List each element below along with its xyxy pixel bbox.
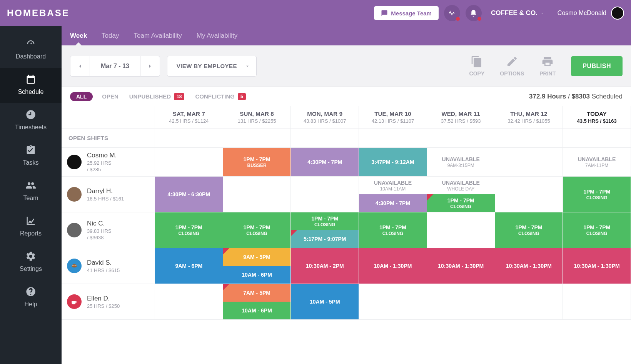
schedule-cell[interactable]: 9AM - 5PM10AM - 6PM [223,248,291,284]
tab-week[interactable]: Week [70,32,87,40]
schedule-cell[interactable]: 4:30PM - 6:30PM [155,177,223,212]
shift-block[interactable]: 1PM - 7PMCLOSING [359,212,427,248]
shift-block[interactable]: 10:30AM - 1:30PM [563,248,631,284]
schedule-cell[interactable]: 9AM - 6PM [155,248,223,284]
shift-block[interactable]: 7AM - 5PM [223,284,291,302]
schedule-cell[interactable]: 1PM - 7PMCLOSING [563,212,631,248]
schedule-cell[interactable]: 1PM - 7PMCLOSING [563,177,631,212]
schedule-cell[interactable]: 10:30AM - 1:30PM [563,248,631,284]
sidebar-item-tasks[interactable]: Tasks [0,139,62,174]
sidebar-item-settings[interactable]: Settings [0,245,62,280]
schedule-cell[interactable]: 1PM - 7PMCLOSING [359,212,427,248]
shift-block[interactable]: 10:30AM - 1:30PM [495,248,563,284]
employee-row-header[interactable]: Nic C.39.83 HRS/ $3638 [62,212,155,248]
shift-block[interactable]: 1PM - 7PMCLOSING [563,212,631,248]
schedule-cell[interactable] [427,284,495,320]
schedule-cell[interactable]: 4:30PM - 7PM [291,148,359,177]
schedule-cell[interactable] [359,284,427,320]
shift-block[interactable]: 4:30PM - 7PM [359,194,427,212]
schedule-cell[interactable]: 10:30AM - 1:30PM [495,248,563,284]
open-shift-cell[interactable] [427,129,495,148]
filter-conflicting[interactable]: CONFLICTING 5 [195,93,245,100]
tab-my-availability[interactable]: My Availability [197,32,237,40]
schedule-cell[interactable]: UNAVAILABLEWHOLE DAY1PM - 7PMCLOSING [427,177,495,212]
company-selector[interactable]: COFFEE & CO. [491,9,544,17]
notifications-button[interactable] [466,5,482,21]
sidebar-item-schedule[interactable]: Schedule [0,68,62,103]
sidebar-item-help[interactable]: Help [0,280,62,316]
schedule-cell[interactable] [495,284,563,320]
schedule-cell[interactable] [155,284,223,320]
schedule-grid-wrap[interactable]: SAT, MAR 742.5 HRS / $1124SUN, MAR 8131 … [62,106,631,364]
shift-block[interactable]: 1PM - 7PMCLOSING [223,212,291,248]
next-week-button[interactable] [140,56,160,77]
schedule-cell[interactable]: 10:30AM - 1:30PM [427,248,495,284]
sidebar-item-dashboard[interactable]: Dashboard [0,32,62,68]
publish-button[interactable]: PUBLISH [571,56,623,76]
schedule-cell[interactable] [291,177,359,212]
tab-today[interactable]: Today [102,32,119,40]
shift-block[interactable]: 9AM - 5PM [223,248,291,266]
employee-row-header[interactable]: David S.41 HRS / $615 [62,248,155,284]
shift-block[interactable]: 4:30PM - 6:30PM [155,177,223,212]
shift-block[interactable]: 1PM - 7PMBUSSER [223,148,291,176]
shift-block[interactable]: 10AM - 1:30PM [359,248,427,284]
schedule-cell[interactable]: 1PM - 7PMCLOSING [155,212,223,248]
shift-block[interactable]: 10AM - 6PM [223,266,291,284]
user-menu[interactable]: Cosmo McDonald [558,7,624,20]
schedule-cell[interactable]: 7AM - 5PM10AM - 6PM [223,284,291,320]
schedule-cell[interactable] [155,148,223,177]
schedule-cell[interactable] [495,177,563,212]
shift-block[interactable]: 1PM - 7PMCLOSING [563,177,631,212]
schedule-cell[interactable] [495,148,563,177]
prev-week-button[interactable] [70,56,90,77]
shift-block[interactable]: 1PM - 7PMCLOSING [495,212,563,248]
copy-button[interactable]: COPY [469,55,485,77]
schedule-cell[interactable]: UNAVAILABLE9AM-3:15PM [427,148,495,177]
open-shift-cell[interactable] [155,129,223,148]
shift-block[interactable]: 5:17PM - 9:07PM [291,230,359,248]
open-shift-cell[interactable] [291,129,359,148]
activity-button[interactable] [444,5,460,21]
schedule-cell[interactable]: 1PM - 7PMCLOSING5:17PM - 9:07PM [291,212,359,248]
shift-block[interactable]: 10:30AM - 2PM [291,248,359,284]
shift-block[interactable]: 1PM - 7PMCLOSING [427,194,495,212]
employee-row-header[interactable]: Cosmo M.25.92 HRS/ $285 [62,148,155,177]
sidebar-item-reports[interactable]: Reports [0,209,62,245]
open-shift-cell[interactable] [563,129,631,148]
filter-open[interactable]: OPEN [102,93,119,100]
schedule-cell[interactable]: 10AM - 5PM [291,284,359,320]
schedule-cell[interactable] [427,212,495,248]
options-button[interactable]: OPTIONS [500,55,524,77]
message-team-button[interactable]: Message Team [374,6,439,20]
schedule-cell[interactable] [563,284,631,320]
shift-block[interactable]: 10AM - 5PM [291,284,359,319]
sidebar-item-team[interactable]: Team [0,174,62,209]
schedule-cell[interactable] [223,177,291,212]
employee-row-header[interactable]: Ellen D.25 HRS / $250 [62,284,155,320]
shift-block[interactable]: 9AM - 6PM [155,248,223,284]
open-shift-cell[interactable] [223,129,291,148]
shift-block[interactable]: 3:47PM - 9:12AM [359,148,427,176]
schedule-cell[interactable]: 10:30AM - 2PM [291,248,359,284]
schedule-cell[interactable]: 1PM - 7PMBUSSER [223,148,291,177]
date-range-label[interactable]: Mar 7 - 13 [90,56,140,77]
shift-block[interactable]: 1PM - 7PMCLOSING [291,212,359,230]
schedule-cell[interactable]: 1PM - 7PMCLOSING [495,212,563,248]
tab-team-availability[interactable]: Team Availability [134,32,182,40]
schedule-cell[interactable]: UNAVAILABLE10AM-11AM4:30PM - 7PM [359,177,427,212]
shift-block[interactable]: 10:30AM - 1:30PM [427,248,495,284]
sidebar-item-timesheets[interactable]: Timesheets [0,103,62,139]
employee-row-header[interactable]: Darryl H.16.5 HRS / $161 [62,177,155,212]
schedule-cell[interactable]: 10AM - 1:30PM [359,248,427,284]
schedule-cell[interactable]: 3:47PM - 9:12AM [359,148,427,177]
print-button[interactable]: PRINT [539,55,556,77]
filter-unpublished[interactable]: UNPUBLISHED 18 [129,93,185,100]
open-shift-cell[interactable] [495,129,563,148]
shift-block[interactable]: 4:30PM - 7PM [291,148,359,176]
shift-block[interactable]: 10AM - 6PM [223,302,291,319]
filter-all[interactable]: ALL [70,92,93,101]
schedule-cell[interactable]: UNAVAILABLE7AM-11PM [563,148,631,177]
view-by-dropdown[interactable]: VIEW BY EMPLOYEE [167,56,257,77]
shift-block[interactable]: 1PM - 7PMCLOSING [155,212,223,248]
